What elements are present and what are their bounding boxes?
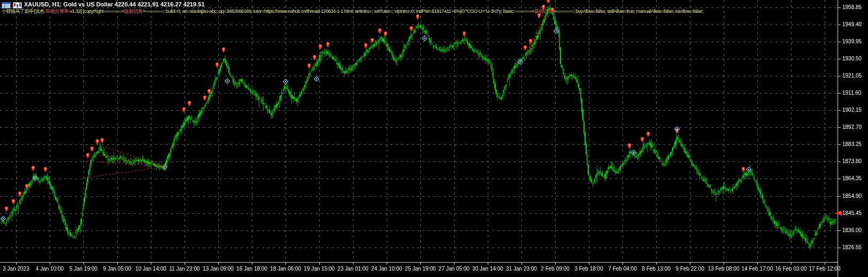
price-chart-canvas[interactable] xyxy=(0,0,868,277)
mt4-chart-window: XAUUSD, H1: Gold vs US Dollar 4220.44 42… xyxy=(0,0,868,277)
